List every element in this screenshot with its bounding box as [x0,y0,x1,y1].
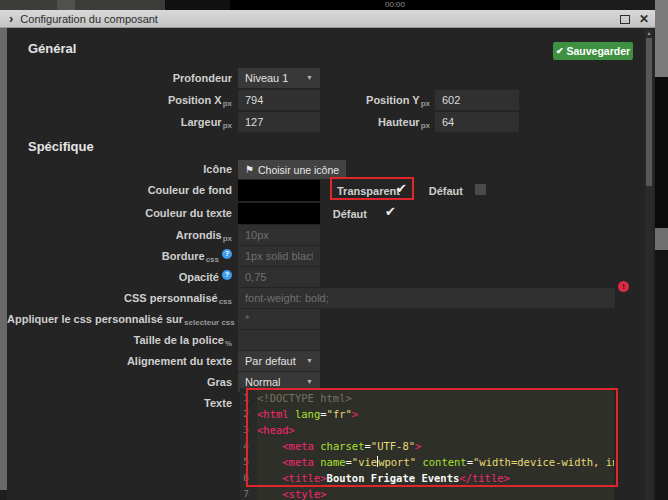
screen: 00:00 › Configuration du composant ✕ Gén… [0,0,668,500]
texte-defaut-label: Défaut [307,207,367,221]
code-text: <style> [253,486,327,500]
background-segment [57,0,75,10]
dialog-title: Configuration du composant [20,13,158,25]
line-number: 2 [240,406,253,422]
transparent-checkbox[interactable]: ✔ [396,182,407,195]
scrollbar-thumb[interactable] [646,38,652,186]
line-number: 4 [240,438,253,454]
icone-label: Icône [7,160,232,179]
code-text: <meta name="viewport" content="width=dev… [253,454,614,470]
code-text: <head> [253,422,295,438]
code-text: <html lang="fr"> [253,406,358,422]
position-x-label: Position Xpx [7,90,232,114]
chevron-down-icon: ▼ [306,351,313,371]
position-y-label: Position Ypx [330,90,430,114]
profondeur-select[interactable]: Niveau 1 ▼ [238,68,320,88]
background-band [655,0,668,77]
code-lines: 1<!DOCTYPE html>2<html lang="fr">3<head>… [240,390,614,500]
bordure-input[interactable] [238,246,320,266]
code-line[interactable]: 5 <meta name="viewport" content="width=d… [240,454,614,470]
code-text: <title>Bouton Frigate Events</title> [253,470,510,486]
profondeur-label: Profondeur [7,68,232,88]
hauteur-label: Hauteurpx [330,112,430,136]
background-timeline: 00:00 [230,0,560,10]
background-segment [560,0,655,10]
largeur-label: Largeurpx [7,112,232,136]
choose-icon-label: Choisir une icône [258,164,339,176]
help-icon[interactable]: ? [222,270,232,280]
line-number: 1 [240,390,253,406]
fond-defaut-label: Défaut [407,184,463,198]
maximize-icon[interactable] [620,15,630,24]
scrollbar-up-arrow-icon[interactable]: ▲ [645,30,653,37]
code-line[interactable]: 2<html lang="fr"> [240,406,614,422]
code-text: <meta charset="UTF-8"> [253,438,421,454]
texte-defaut-checkbox[interactable]: ✔ [385,205,396,218]
section-specifique: Spécifique [28,139,94,154]
save-button-label: Sauvegarder [566,45,630,57]
choose-icon-button[interactable]: ⚑ Choisir une icône [238,160,346,179]
taille-police-input[interactable] [238,330,320,350]
texte-label: Texte [7,393,232,413]
background-band [0,490,7,500]
gras-value: Normal [245,376,280,388]
chevron-down-icon: ▼ [306,68,313,88]
couleur-fond-label: Couleur de fond [7,180,232,201]
line-number: 6 [240,470,253,486]
timeline-clock-label: 00:00 [230,0,560,10]
position-y-input[interactable] [435,90,519,110]
css-perso-input[interactable] [238,288,615,308]
check-icon: ✔ [556,46,564,56]
section-general: Général [28,41,76,56]
background-left-strip [0,28,7,500]
dialog-titlebar[interactable]: › Configuration du composant ✕ [0,10,655,28]
line-number: 3 [240,422,253,438]
fond-defaut-checkbox[interactable] [475,184,486,195]
couleur-texte-label: Couleur du texte [7,203,232,224]
flag-icon: ⚑ [245,164,254,175]
error-icon[interactable]: ! [618,281,629,292]
appliquer-css-input[interactable] [238,309,320,329]
line-number: 5 [240,454,253,470]
dialog-body: Général ✔ Sauvegarder Profondeur Niveau … [7,28,655,500]
code-line[interactable]: 3<head> [240,422,614,438]
opacite-input[interactable] [238,267,320,287]
background-band [655,228,668,250]
scrollbar-track[interactable]: ▲ [645,29,653,500]
save-button[interactable]: ✔ Sauvegarder [553,42,633,60]
alignement-select[interactable]: Par defaut ▼ [238,351,320,371]
code-line[interactable]: 7 <style> [240,486,614,500]
collapse-chevron-icon[interactable]: › [9,11,13,27]
code-line[interactable]: 4 <meta charset="UTF-8"> [240,438,614,454]
background-right-strip [655,0,668,500]
code-line[interactable]: 1<!DOCTYPE html> [240,390,614,406]
hauteur-input[interactable] [435,112,519,132]
gras-label: Gras [7,372,232,392]
alignement-label: Alignement du texte [7,351,232,371]
alignement-value: Par defaut [245,355,296,367]
opacite-label: Opacité? [7,267,232,287]
close-icon[interactable]: ✕ [639,13,649,25]
code-editor[interactable]: 1<!DOCTYPE html>2<html lang="fr">3<head>… [240,388,614,500]
code-text: <!DOCTYPE html> [253,390,352,406]
code-line[interactable]: 6 <title>Bouton Frigate Events</title> [240,470,614,486]
couleur-fond-swatch[interactable] [238,180,320,201]
background-segment [165,0,230,10]
largeur-input[interactable] [238,112,320,132]
transparent-label: Transparent [337,184,400,198]
arrondis-input[interactable] [238,225,320,245]
background-band [655,77,668,228]
background-top-band: 00:00 [0,0,655,10]
profondeur-value: Niveau 1 [245,72,288,84]
position-x-input[interactable] [238,90,320,110]
help-icon[interactable]: ? [222,249,232,259]
line-number: 7 [240,486,253,500]
